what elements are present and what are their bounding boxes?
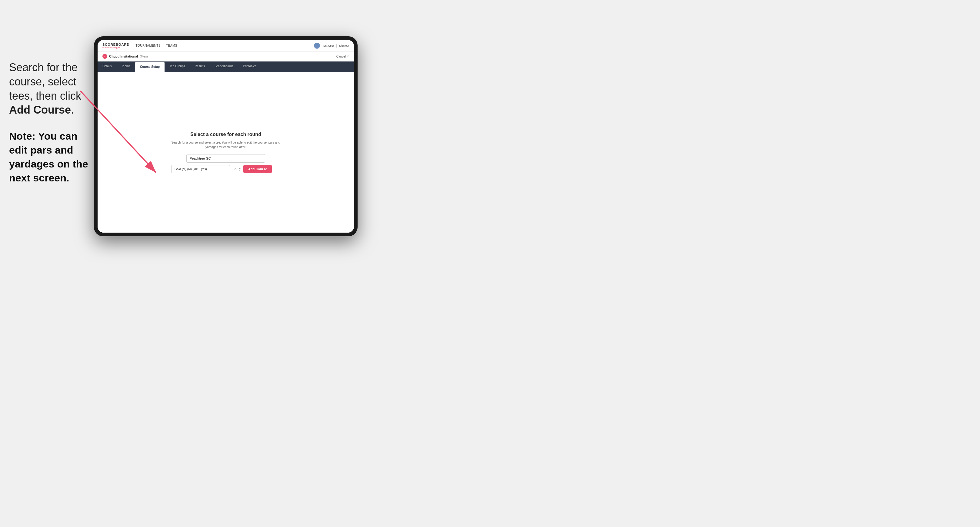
tee-arrow-up[interactable]: ▲: [239, 167, 241, 169]
user-avatar: T: [314, 43, 320, 49]
nav-tournaments[interactable]: TOURNAMENTS: [135, 44, 161, 47]
breadcrumb-bar: C Clippd Invitational (Men) Cancel ✕: [97, 51, 354, 62]
logo-text: SCOREBOARD: [102, 43, 129, 46]
tee-controls: ✕ ▲ ▼: [233, 166, 241, 172]
tab-course-setup[interactable]: Course Setup: [135, 62, 165, 72]
instruction-text: Search for the course, select tees, then…: [9, 60, 97, 117]
tab-details[interactable]: Details: [97, 62, 117, 72]
tablet-screen: SCOREBOARD Powered by clippd TOURNAMENTS…: [97, 40, 354, 233]
tee-select-row: ✕ ▲ ▼ Add Course: [171, 165, 280, 173]
breadcrumb-content: C Clippd Invitational (Men): [102, 54, 148, 59]
tablet-device: SCOREBOARD Powered by clippd TOURNAMENTS…: [94, 37, 358, 236]
tab-printables[interactable]: Printables: [238, 62, 261, 72]
nav-links: TOURNAMENTS TEAMS: [135, 44, 314, 47]
tab-tee-groups[interactable]: Tee Groups: [165, 62, 190, 72]
add-course-button[interactable]: Add Course: [243, 165, 272, 173]
instruction-panel: Search for the course, select tees, then…: [9, 60, 97, 197]
tee-arrow-down[interactable]: ▼: [239, 169, 241, 171]
tab-leaderboards[interactable]: Leaderboards: [210, 62, 238, 72]
tee-clear-icon[interactable]: ✕: [233, 166, 238, 172]
top-nav: SCOREBOARD Powered by clippd TOURNAMENTS…: [97, 40, 354, 51]
user-area: T Test User Sign out: [314, 43, 349, 49]
tab-teams[interactable]: Teams: [117, 62, 135, 72]
cancel-x-icon: ✕: [347, 55, 349, 58]
tee-select-input[interactable]: [171, 165, 230, 173]
course-card: Select a course for each round Search fo…: [171, 132, 280, 173]
note-text: Note: You can edit pars and yardages on …: [9, 129, 97, 185]
logo-area: SCOREBOARD Powered by clippd: [102, 43, 129, 48]
nav-teams[interactable]: TEAMS: [166, 44, 177, 47]
card-title: Select a course for each round: [171, 132, 280, 137]
user-name: Test User: [323, 44, 334, 47]
main-content: Select a course for each round Search fo…: [97, 72, 354, 233]
cancel-button[interactable]: Cancel ✕: [336, 55, 349, 58]
breadcrumb-icon: C: [102, 54, 107, 59]
tab-results[interactable]: Results: [190, 62, 210, 72]
tee-arrows: ▲ ▼: [239, 167, 241, 171]
tab-nav: Details Teams Course Setup Tee Groups Re…: [97, 62, 354, 72]
breadcrumb-sub: (Men): [140, 55, 148, 58]
logo-sub: Powered by clippd: [102, 46, 129, 48]
course-search-input[interactable]: [186, 154, 265, 163]
sign-out-link[interactable]: Sign out: [339, 44, 349, 47]
card-description: Search for a course and select a tee. Yo…: [171, 140, 280, 149]
divider: [336, 44, 337, 48]
search-wrapper: [171, 154, 280, 163]
breadcrumb-title: Clippd Invitational: [109, 54, 138, 58]
